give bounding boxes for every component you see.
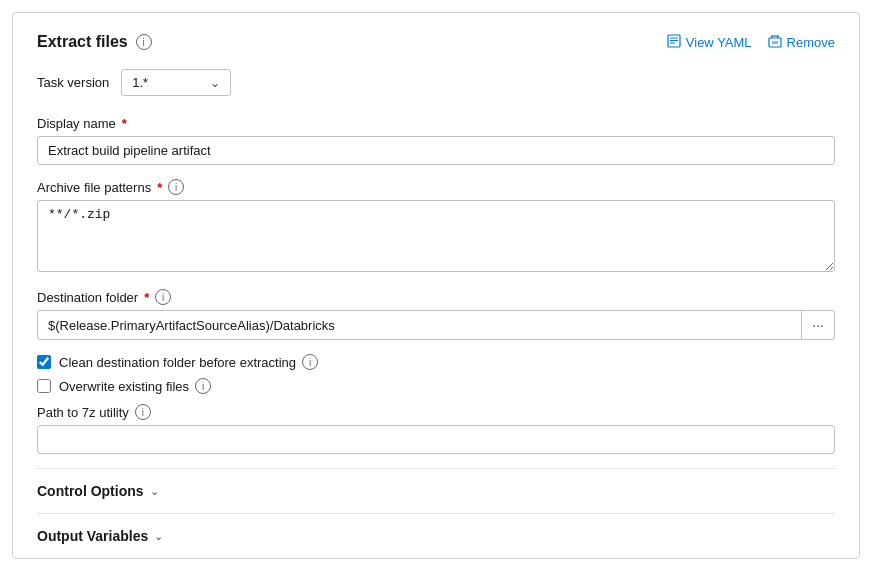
path-7z-label: Path to 7z utility i xyxy=(37,404,835,420)
panel-header: Extract files i View YAML xyxy=(37,33,835,51)
display-name-input[interactable] xyxy=(37,136,835,165)
control-options-row[interactable]: Control Options ⌄ xyxy=(37,468,835,513)
destination-info-icon[interactable]: i xyxy=(155,289,171,305)
archive-patterns-group: Archive file patterns * i xyxy=(37,179,835,275)
archive-patterns-label: Archive file patterns * i xyxy=(37,179,835,195)
footer-section: Control Options ⌄ Output Variables ⌄ xyxy=(37,468,835,558)
clean-destination-info-icon[interactable]: i xyxy=(302,354,318,370)
remove-button[interactable]: Remove xyxy=(768,34,835,51)
yaml-icon xyxy=(667,34,681,51)
task-version-row: Task version 1.* ⌄ xyxy=(37,69,835,96)
destination-input-row: ··· xyxy=(37,310,835,340)
clean-destination-checkbox[interactable] xyxy=(37,355,51,369)
archive-patterns-textarea[interactable] xyxy=(37,200,835,272)
destination-required: * xyxy=(144,290,149,305)
task-version-value: 1.* xyxy=(132,75,148,90)
remove-icon xyxy=(768,34,782,51)
archive-required: * xyxy=(157,180,162,195)
output-variables-chevron-icon: ⌄ xyxy=(154,530,163,543)
header-right: View YAML Remove xyxy=(667,34,835,51)
view-yaml-button[interactable]: View YAML xyxy=(667,34,752,51)
page-title: Extract files xyxy=(37,33,128,51)
output-variables-row[interactable]: Output Variables ⌄ xyxy=(37,513,835,558)
view-yaml-label: View YAML xyxy=(686,35,752,50)
title-info-icon[interactable]: i xyxy=(136,34,152,50)
task-version-label: Task version xyxy=(37,75,109,90)
display-name-required: * xyxy=(122,116,127,131)
display-name-group: Display name * xyxy=(37,116,835,165)
output-variables-title: Output Variables xyxy=(37,528,148,544)
chevron-down-icon: ⌄ xyxy=(210,76,220,90)
overwrite-info-icon[interactable]: i xyxy=(195,378,211,394)
overwrite-existing-label: Overwrite existing files i xyxy=(59,378,211,394)
remove-label: Remove xyxy=(787,35,835,50)
path-7z-input[interactable] xyxy=(37,425,835,454)
path-7z-info-icon[interactable]: i xyxy=(135,404,151,420)
control-options-chevron-icon: ⌄ xyxy=(150,485,159,498)
destination-label: Destination folder * i xyxy=(37,289,835,305)
path-7z-group: Path to 7z utility i xyxy=(37,404,835,454)
control-options-title: Control Options xyxy=(37,483,144,499)
header-left: Extract files i xyxy=(37,33,152,51)
clean-destination-row: Clean destination folder before extracti… xyxy=(37,354,835,370)
destination-folder-group: Destination folder * i ··· xyxy=(37,289,835,340)
display-name-label: Display name * xyxy=(37,116,835,131)
destination-browse-button[interactable]: ··· xyxy=(802,310,835,340)
archive-info-icon[interactable]: i xyxy=(168,179,184,195)
destination-input[interactable] xyxy=(37,310,802,340)
task-version-select[interactable]: 1.* ⌄ xyxy=(121,69,231,96)
overwrite-existing-checkbox[interactable] xyxy=(37,379,51,393)
overwrite-existing-row: Overwrite existing files i xyxy=(37,378,835,394)
clean-destination-label: Clean destination folder before extracti… xyxy=(59,354,318,370)
